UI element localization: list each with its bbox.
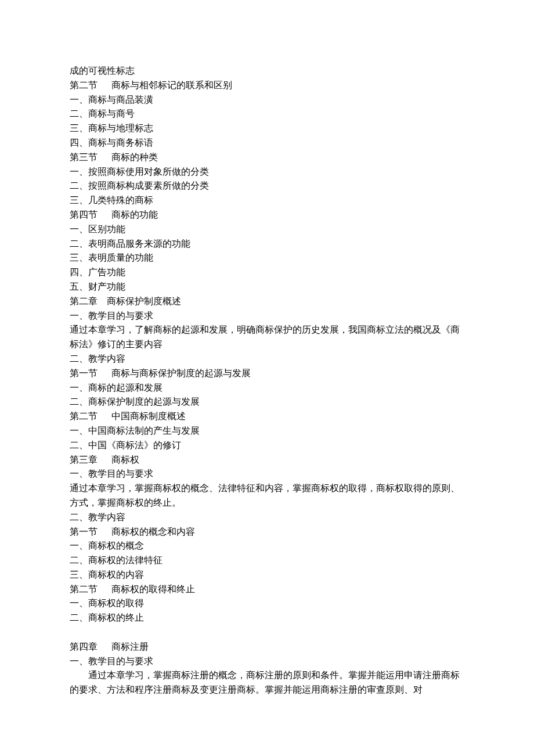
text-line: 二、按照商标构成要素所做的分类 (70, 179, 464, 193)
text-line: 一、教学目的与要求 (70, 467, 464, 481)
text-line: 五、财产功能 (70, 280, 464, 294)
text-line: 第三章 商标权 (70, 453, 464, 467)
text-line: 二、教学内容 (70, 352, 464, 366)
text-line: 四、商标与商务标语 (70, 136, 464, 150)
text-line: 第一节 商标权的概念和内容 (70, 525, 464, 539)
text-line: 三、商标权的内容 (70, 568, 464, 582)
text-line: 二、商标保护制度的起源与发展 (70, 395, 464, 409)
text-line: 第二节 中国商标制度概述 (70, 409, 464, 424)
text-line: 二、商标权的终止 (70, 611, 464, 625)
blank-line (70, 625, 464, 640)
text-line: 一、商标权的取得 (70, 596, 464, 611)
text-line: 三、商标与地理标志 (70, 121, 464, 136)
text-line: 二、商标与商号 (70, 107, 464, 121)
text-line: 二、商标权的法律特征 (70, 553, 464, 568)
text-line: 第一节 商标与商标保护制度的起源与发展 (70, 366, 464, 381)
text-line: 第三节 商标的种类 (70, 150, 464, 165)
text-line: 通过本章学习，掌握商标权的概念、法律特征和内容，掌握商标权的取得，商标权取得的原… (70, 481, 464, 510)
text-line: 四、广告功能 (70, 265, 464, 280)
paragraph: 通过本章学习，掌握商标注册的概念，商标注册的原则和条件。掌握并能运用申请注册商标… (70, 668, 464, 697)
text-line: 第四节 商标的功能 (70, 208, 464, 222)
text-line: 成的可视性标志 (70, 64, 464, 78)
text-line: 一、中国商标法制的产生与发展 (70, 424, 464, 438)
text-line: 一、商标权的概念 (70, 539, 464, 553)
text-line: 通过本章学习，了解商标的起源和发展，明确商标保护的历史发展，我国商标立法的概况及… (70, 323, 464, 352)
text-line: 一、按照商标使用对象所做的分类 (70, 165, 464, 179)
text-line: 一、商标的起源和发展 (70, 381, 464, 395)
text-line: 三、表明质量的功能 (70, 251, 464, 265)
text-line: 一、区别功能 (70, 222, 464, 237)
text-line: 二、中国《商标法》的修订 (70, 438, 464, 453)
text-line: 第二章 商标保护制度概述 (70, 294, 464, 309)
text-line: 二、教学内容 (70, 510, 464, 525)
text-line: 一、商标与商品装潢 (70, 93, 464, 107)
text-line: 二、表明商品服务来源的功能 (70, 237, 464, 251)
chapter-title: 第四章 商标注册 (70, 640, 464, 654)
text-line: 第二节 商标与相邻标记的联系和区别 (70, 78, 464, 93)
requirement-label: 一、教学目的与要求 (70, 654, 464, 669)
text-line: 第二节 商标权的取得和终止 (70, 582, 464, 597)
text-line: 一、教学目的与要求 (70, 309, 464, 323)
text-line: 三、几类特殊的商标 (70, 193, 464, 208)
